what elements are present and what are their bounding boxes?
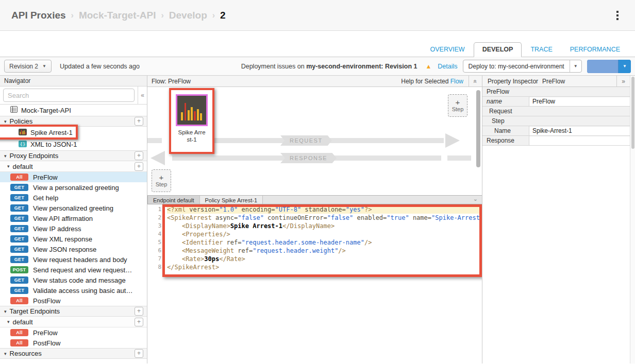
verb-badge: GET xyxy=(10,204,28,212)
code-text[interactable]: <SpikeArrest async="false" continueOnErr… xyxy=(167,214,482,222)
deploy-to-select[interactable]: Deploy to: my-second-environment ▼ xyxy=(463,60,582,73)
tab-performance[interactable]: PERFORMANCE xyxy=(561,42,629,57)
sidebar-subsection-default[interactable]: ▾default+ xyxy=(0,161,147,172)
add-button[interactable]: + xyxy=(135,162,143,171)
tab-band: OVERVIEWDEVELOPTRACEPERFORMANCE xyxy=(0,31,635,57)
save-dropdown-icon[interactable]: ▼ xyxy=(618,60,631,73)
sidebar-flow-view-api-affirmation[interactable]: GETView API affirmation xyxy=(0,213,147,223)
code-text[interactable]: </SpikeArrest> xyxy=(167,263,482,271)
tab-develop[interactable]: DEVELOP xyxy=(474,42,522,57)
expand-caret-icon[interactable]: ▾ xyxy=(7,164,10,169)
sidebar-flow-validate-access-using-basic-aut-[interactable]: GETValidate access using basic aut… xyxy=(0,285,147,296)
flow-help-link[interactable]: Flow xyxy=(450,78,463,85)
kebab-menu-icon[interactable] xyxy=(611,8,624,23)
code-text[interactable]: <Rate>30ps</Rate> xyxy=(167,255,482,263)
add-button[interactable]: + xyxy=(135,349,143,358)
code-text[interactable]: <DisplayName>Spike Arrest-1</DisplayName… xyxy=(167,222,482,230)
code-line[interactable]: 4 <Properties/> xyxy=(147,230,482,238)
verb-badge: GET xyxy=(10,246,28,253)
add-button[interactable]: + xyxy=(135,151,143,160)
verb-badge: All xyxy=(10,297,28,304)
request-label: REQUEST xyxy=(280,135,332,146)
details-link[interactable]: Details xyxy=(438,63,457,70)
code-line[interactable]: 6 <MessageWeight ref="request.header.wei… xyxy=(147,247,482,255)
fold-caret-icon[interactable]: ▾ xyxy=(163,214,167,222)
add-step-button-response[interactable]: + Step xyxy=(152,169,171,192)
sidebar-flow-view-personalized-greeting[interactable]: GETView personalized greeting xyxy=(0,203,147,213)
add-step-button-request[interactable]: + Step xyxy=(448,94,467,117)
inspector-label: PreFlow xyxy=(482,87,630,96)
add-button[interactable]: + xyxy=(135,307,143,316)
sidebar-flow-preflow[interactable]: AllPreFlow xyxy=(0,172,147,182)
code-text[interactable]: <Properties/> xyxy=(167,230,482,238)
expand-caret-icon[interactable]: ▾ xyxy=(7,319,10,324)
spike-arrest-node[interactable] xyxy=(176,94,208,126)
code-editor[interactable]: 1 <?xml version="1.0" encoding="UTF-8" s… xyxy=(147,204,482,363)
sidebar-flow-view-xml-response[interactable]: GETView XML response xyxy=(0,234,147,244)
breadcrumb-item[interactable]: Develop xyxy=(169,10,207,21)
search-input[interactable] xyxy=(3,89,135,102)
code-line[interactable]: 7 <Rate>30ps</Rate> xyxy=(147,255,482,263)
expand-inspector-icon[interactable]: » xyxy=(616,76,630,86)
save-button-label[interactable]: Save xyxy=(587,60,619,73)
code-text[interactable]: <Identifier ref="request.header.some-hea… xyxy=(167,238,482,247)
sidebar-section-resources[interactable]: ▾Resources+ xyxy=(0,348,147,359)
sidebar-section-target-endpoints[interactable]: ▾Target Endpoints+ xyxy=(0,306,147,317)
expand-caret-icon[interactable]: ▾ xyxy=(4,351,7,356)
inspector-row-name[interactable]: NameSpike-Arrest-1 xyxy=(482,126,630,136)
sidebar-section-proxy-endpoints[interactable]: ▾Proxy Endpoints+ xyxy=(0,150,147,161)
sidebar-item-mock-target-api[interactable]: Mock-Target-API xyxy=(0,105,147,116)
breadcrumb-item[interactable]: API Proxies xyxy=(11,10,66,21)
sidebar-flow-view-json-response[interactable]: GETView JSON response xyxy=(0,244,147,254)
expand-caret-icon[interactable]: ▾ xyxy=(4,153,7,159)
inspector-value-name[interactable]: Spike-Arrest-1 xyxy=(529,126,630,135)
revision-select[interactable]: Revision 2 ▼ xyxy=(4,60,52,73)
collapse-navigator-icon[interactable]: « xyxy=(138,86,147,104)
sidebar-flow-get-help[interactable]: GETGet help xyxy=(0,193,147,203)
inspector-row-preflow: PreFlow xyxy=(482,87,630,97)
sidebar-flow-view-a-personalized-greeting[interactable]: GETView a personalized greeting xyxy=(0,182,147,193)
sidebar-flow-preflow[interactable]: AllPreFlow xyxy=(0,327,147,338)
code-text[interactable]: <?xml version="1.0" encoding="UTF-8" sta… xyxy=(167,205,482,214)
sidebar-policy-xml-to-json-1[interactable]: {}XML to JSON-1 xyxy=(0,138,147,150)
verb-badge: POST xyxy=(10,266,28,273)
code-line[interactable]: 8 </SpikeArrest> xyxy=(147,263,482,271)
spike-arrest-node-label: Spike Arrest-1 xyxy=(178,129,206,143)
sidebar-section-policies[interactable]: ▾Policies+ xyxy=(0,116,147,127)
flow-canvas-scrollbar[interactable] xyxy=(476,90,480,167)
editor-tab-endpoint-default[interactable]: Endpoint default xyxy=(147,196,200,204)
tab-trace[interactable]: TRACE xyxy=(522,42,561,57)
code-line[interactable]: 5 <Identifier ref="request.header.some-h… xyxy=(147,238,482,247)
add-button[interactable]: + xyxy=(135,117,143,126)
sidebar-flow-send-request-and-view-request-[interactable]: POSTSend request and view request… xyxy=(0,265,147,275)
sidebar-policy-spike-arrest-1[interactable]: Spike Arrest-1 xyxy=(0,127,147,138)
sidebar-flow-view-ip-address[interactable]: GETView IP address xyxy=(0,223,147,234)
inspector-value-response[interactable] xyxy=(529,136,630,145)
collapse-flow-icon[interactable]: « xyxy=(469,76,482,86)
code-line[interactable]: 1 <?xml version="1.0" encoding="UTF-8" s… xyxy=(147,205,482,214)
tab-overview[interactable]: OVERVIEW xyxy=(421,42,473,57)
save-button[interactable]: Save ▼ xyxy=(587,60,631,73)
code-line[interactable]: 2▾<SpikeArrest async="false" continueOnE… xyxy=(147,214,482,222)
add-button[interactable]: + xyxy=(135,318,143,326)
sidebar-flow-view-request-headers-and-body[interactable]: GETView request headers and body xyxy=(0,254,147,265)
verb-badge: GET xyxy=(10,256,28,263)
code-line[interactable]: 3 <DisplayName>Spike Arrest-1</DisplayNa… xyxy=(147,222,482,230)
flow-canvas: Spike Arrest-1 + Step + Step REQUEST RES… xyxy=(147,87,482,195)
page-scrollbar-thumb[interactable] xyxy=(631,77,634,149)
breadcrumb-item[interactable]: Mock-Target-API xyxy=(79,10,156,21)
inspector-value-name[interactable]: PreFlow xyxy=(529,97,630,106)
inspector-row-request: Request xyxy=(482,107,630,116)
editor-collapse-icon[interactable]: ⌄ xyxy=(473,196,478,202)
code-text[interactable]: <MessageWeight ref="request.header.weigh… xyxy=(167,247,482,255)
expand-caret-icon[interactable]: ▾ xyxy=(4,119,7,124)
sidebar-flow-postflow[interactable]: AllPostFlow xyxy=(0,296,147,306)
sidebar-flow-view-status-code-and-message[interactable]: GETView status code and message xyxy=(0,275,147,285)
inspector-row-response[interactable]: Response xyxy=(482,136,630,146)
chevron-down-icon[interactable]: ▼ xyxy=(570,60,581,72)
inspector-row-name[interactable]: namePreFlow xyxy=(482,97,630,107)
expand-caret-icon[interactable]: ▾ xyxy=(4,309,7,314)
editor-tab-policy-spike-arrest-1[interactable]: Policy Spike Arrest-1 xyxy=(200,196,263,204)
sidebar-subsection-default[interactable]: ▾default+ xyxy=(0,317,147,327)
sidebar-flow-postflow[interactable]: AllPostFlow xyxy=(0,338,147,348)
